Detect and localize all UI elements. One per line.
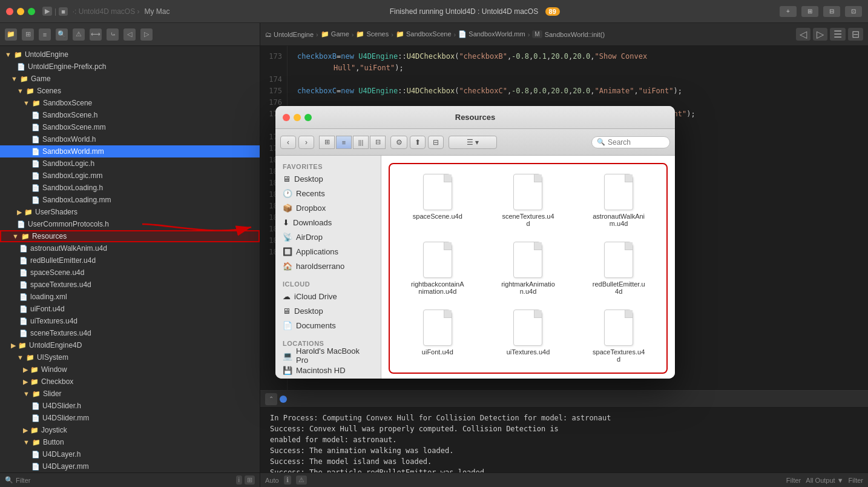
tree-item-sandboxloading-h[interactable]: 📄 SandboxLoading.h bbox=[0, 182, 260, 194]
warning-btn[interactable]: ⚠ bbox=[296, 475, 307, 485]
breadcrumb-item-scenes[interactable]: 📁 Scenes bbox=[356, 30, 389, 38]
tree-item-sandboxscene-mm[interactable]: 📄 SandboxScene.mm bbox=[0, 121, 260, 133]
tree-item-button[interactable]: ▼ 📁 Button bbox=[0, 436, 260, 448]
sidebar-item-downloads[interactable]: ⬇ Downloads bbox=[275, 215, 381, 230]
finder-search-input[interactable] bbox=[608, 138, 668, 147]
tree-item-uisystem[interactable]: ▼ 📁 UISystem bbox=[0, 351, 260, 363]
finder-file-spacescene[interactable]: spaceScene.u4d bbox=[395, 169, 481, 232]
tree-item-uitextures[interactable]: 📄 uiTextures.u4d bbox=[0, 315, 260, 327]
tree-item-uifont[interactable]: 📄 uiFont.u4d bbox=[0, 303, 260, 315]
sidebar-item-dropbox[interactable]: 📦 Dropbox bbox=[275, 200, 381, 215]
tree-item-usershaders[interactable]: ▶ 📁 UserShaders bbox=[0, 206, 260, 218]
next-button[interactable]: ▷ bbox=[813, 28, 827, 41]
tree-item-usercommon[interactable]: 📄 UserCommonProtocols.h bbox=[0, 218, 260, 230]
tree-item-sandboxscene-h[interactable]: 📄 SandboxScene.h bbox=[0, 109, 260, 121]
sidebar-item-documents[interactable]: 📄 Documents bbox=[275, 318, 381, 333]
sidebar-item-haroldserrano[interactable]: 🏠 haroldserrano bbox=[275, 259, 381, 273]
finder-icon-view-button[interactable]: ⊞ bbox=[319, 136, 335, 149]
list-icon[interactable]: ≡ bbox=[39, 28, 51, 41]
breadcrumb-item-game[interactable]: 📁 Game bbox=[321, 30, 349, 38]
breadcrumb-item-m[interactable]: M bbox=[532, 30, 542, 38]
finder-file-redbullet[interactable]: redBulletEmitter.u4d bbox=[576, 237, 662, 300]
tree-item-resources[interactable]: ▼ 📁 Resources bbox=[0, 230, 260, 242]
tree-item-sandboxlogic-mm[interactable]: 📄 SandboxLogic.mm bbox=[0, 170, 260, 182]
sidebar-item-icloud-desktop[interactable]: 🖥 Desktop bbox=[275, 303, 381, 318]
tree-item-sandboxworld-mm[interactable]: 📄 SandboxWorld.mm bbox=[0, 145, 260, 157]
grid-icon[interactable]: ⊞ bbox=[22, 28, 34, 41]
tree-item-u4dlayer-mm[interactable]: 📄 U4DLayer.mm bbox=[0, 460, 260, 472]
tree-item-scenes[interactable]: ▼ 📁 Scenes bbox=[0, 85, 260, 97]
breadcrumb-item-func[interactable]: SandboxWorld::init() bbox=[545, 31, 605, 38]
warning-icon[interactable]: ⚠ bbox=[73, 28, 85, 41]
finder-close-button[interactable] bbox=[283, 114, 290, 121]
tree-item-sandboxloading-mm[interactable]: 📄 SandboxLoading.mm bbox=[0, 194, 260, 206]
tree-item-window[interactable]: ▶ 📁 Window bbox=[0, 363, 260, 376]
layout2-button[interactable]: ⊟ bbox=[823, 6, 840, 17]
left-icon[interactable]: ◁ bbox=[123, 28, 136, 41]
tree-item-game[interactable]: ▼ 📁 Game bbox=[0, 73, 260, 85]
tree-item-checkbox[interactable]: ▶ 📁 Checkbox bbox=[0, 376, 260, 388]
finder-file-astronaut[interactable]: astronautWalkAnim.u4d bbox=[576, 169, 662, 232]
menu-button[interactable]: ☰ bbox=[830, 28, 846, 41]
sidebar-item-applications[interactable]: 🔲 Applications bbox=[275, 244, 381, 259]
tree-item-redbullet[interactable]: 📄 redBulletEmitter.u4d bbox=[0, 254, 260, 267]
flow-icon[interactable]: ⤿ bbox=[107, 28, 119, 41]
tree-item-prefix[interactable]: 📄 UntoldEngine-Prefix.pch bbox=[0, 61, 260, 73]
tree-item-u4dlayer-h[interactable]: 📄 U4DLayer.h bbox=[0, 448, 260, 460]
tree-item-u4dslider-h[interactable]: 📄 U4DSlider.h bbox=[0, 400, 260, 412]
finder-file-rightback[interactable]: rightbackcontainAnimation.u4d bbox=[395, 237, 481, 300]
layout-button[interactable]: ⊞ bbox=[801, 6, 818, 17]
finder-back-button[interactable]: ‹ bbox=[280, 136, 296, 149]
finder-gallery-view-button[interactable]: ⊟ bbox=[370, 136, 386, 149]
close-button[interactable] bbox=[6, 8, 13, 15]
tree-item-sandboxworld-h[interactable]: 📄 SandboxWorld.h bbox=[0, 133, 260, 145]
tree-item-loading-xml[interactable]: 📄 loading.xml bbox=[0, 291, 260, 303]
sidebar-item-airdrop[interactable]: 📡 AirDrop bbox=[275, 230, 381, 244]
search-icon[interactable]: 🔍 bbox=[56, 28, 68, 41]
layout-icon[interactable]: ⊞ bbox=[245, 475, 255, 485]
tree-item-untoldengine[interactable]: ▼ 📁 UntoldEngine bbox=[0, 48, 260, 61]
finder-file-scenetextures[interactable]: sceneTextures.u4d bbox=[485, 169, 571, 232]
finder-minimize-button[interactable] bbox=[294, 114, 301, 121]
minimize-button[interactable] bbox=[17, 8, 24, 15]
folder-icon[interactable]: 📁 bbox=[5, 28, 17, 41]
breadcrumb-item-sandboxscene[interactable]: 📁 SandboxScene bbox=[396, 30, 452, 38]
tree-item-joystick[interactable]: ▶ 📁 Joystick bbox=[0, 424, 260, 436]
finder-maximize-button[interactable] bbox=[304, 114, 312, 121]
finder-file-uitextures[interactable]: uiTextures.u4d bbox=[485, 305, 571, 368]
info-btn[interactable]: ℹ bbox=[284, 475, 291, 485]
tree-item-untoldengine4d[interactable]: ▶ 📁 UntoldEngine4D bbox=[0, 339, 260, 351]
tree-item-spacetextures[interactable]: 📄 spaceTextures.u4d bbox=[0, 279, 260, 291]
stop-icon[interactable]: ■ bbox=[59, 7, 68, 16]
finder-search-box[interactable]: 🔍 bbox=[591, 136, 670, 148]
maximize-button[interactable] bbox=[28, 8, 35, 15]
finder-share-button[interactable]: ⬆ bbox=[410, 136, 426, 149]
finder-more-button[interactable]: ⊟ bbox=[428, 136, 444, 149]
tree-item-sandboxlogic-h[interactable]: 📄 SandboxLogic.h bbox=[0, 157, 260, 170]
tree-item-spacescene[interactable]: 📄 spaceScene.u4d bbox=[0, 267, 260, 279]
finder-file-rightmark[interactable]: rightmarkAnimation.u4d bbox=[485, 237, 571, 300]
expand-icon[interactable]: ⌃ bbox=[265, 393, 277, 405]
tree-item-astronautwalk[interactable]: 📄 astronautWalkAnim.u4d bbox=[0, 242, 260, 254]
sidebar-item-macbook[interactable]: 💻 Harold's MacBook Pro bbox=[275, 348, 381, 363]
layout3-button[interactable]: ⊡ bbox=[845, 6, 862, 17]
sidebar-item-recents[interactable]: 🕐 Recents bbox=[275, 186, 381, 200]
tree-item-u4dslider-mm[interactable]: 📄 U4DSlider.mm bbox=[0, 412, 260, 424]
diff-icon[interactable]: ⟷ bbox=[90, 28, 102, 41]
finder-column-view-button[interactable]: ||| bbox=[353, 136, 369, 149]
right-icon[interactable]: ▷ bbox=[140, 28, 153, 41]
breadcrumb-item-untoldengine[interactable]: 🗂 UntoldEngine bbox=[265, 31, 314, 38]
breadcrumb-item-file[interactable]: 📄 SandboxWorld.mm bbox=[458, 30, 525, 38]
finder-file-uifont[interactable]: uiFont.u4d bbox=[395, 305, 481, 368]
add-button[interactable]: + bbox=[780, 6, 797, 17]
sidebar-item-icloud-drive[interactable]: ☁ iCloud Drive bbox=[275, 289, 381, 303]
info-icon[interactable]: i bbox=[236, 475, 242, 485]
play-icon[interactable]: ▶ bbox=[42, 7, 52, 16]
sidebar-item-desktop[interactable]: 🖥 Desktop bbox=[275, 171, 381, 186]
tree-item-sandboxscene[interactable]: ▼ 📁 SandboxScene bbox=[0, 97, 260, 109]
finder-view-option[interactable]: ☰ ▾ bbox=[449, 136, 497, 149]
split-button[interactable]: ⊟ bbox=[848, 28, 863, 41]
tree-item-slider[interactable]: ▼ 📁 Slider bbox=[0, 388, 260, 400]
finder-file-spacetextures[interactable]: spaceTextures.u4d bbox=[576, 305, 662, 368]
sidebar-item-macintosh-hd[interactable]: 💾 Macintosh HD bbox=[275, 363, 381, 377]
